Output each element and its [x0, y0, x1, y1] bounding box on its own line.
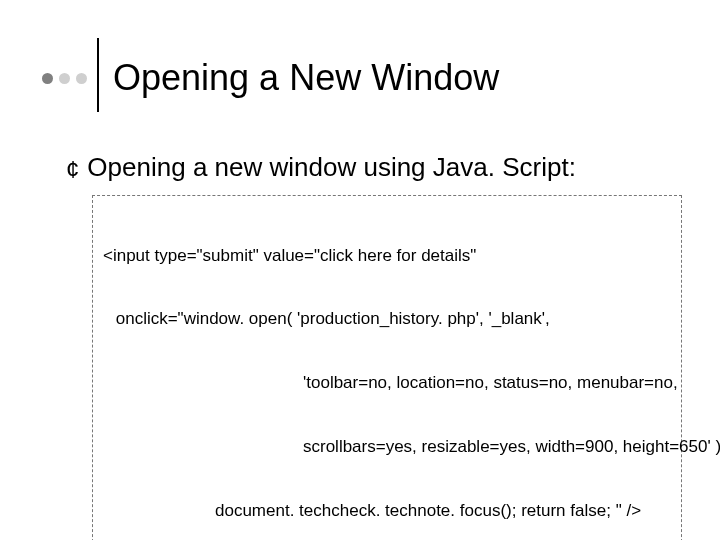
decorative-dots [42, 73, 87, 84]
code-line: scrollbars=yes, resizable=yes, width=900… [103, 436, 671, 457]
dot-icon [76, 73, 87, 84]
bullet-item: ¢ Opening a new window using Java. Scrip… [66, 152, 682, 183]
code-line: 'toolbar=no, location=no, status=no, men… [103, 372, 671, 393]
dot-icon [42, 73, 53, 84]
code-line: document. techcheck. technote. focus(); … [103, 500, 671, 521]
code-line: <input type="submit" value="click here f… [103, 245, 671, 266]
code-block: <input type="submit" value="click here f… [92, 195, 682, 540]
slide-header: Opening a New Window [42, 46, 690, 110]
code-line: onclick="window. open( 'production_histo… [103, 308, 671, 329]
vertical-divider [97, 38, 99, 112]
bullet-text: Opening a new window using Java. Script: [87, 152, 576, 183]
slide: Opening a New Window ¢ Opening a new win… [0, 0, 720, 540]
slide-title: Opening a New Window [113, 58, 499, 98]
slide-body: ¢ Opening a new window using Java. Scrip… [66, 152, 682, 540]
bullet-icon: ¢ [66, 158, 79, 182]
dot-icon [59, 73, 70, 84]
